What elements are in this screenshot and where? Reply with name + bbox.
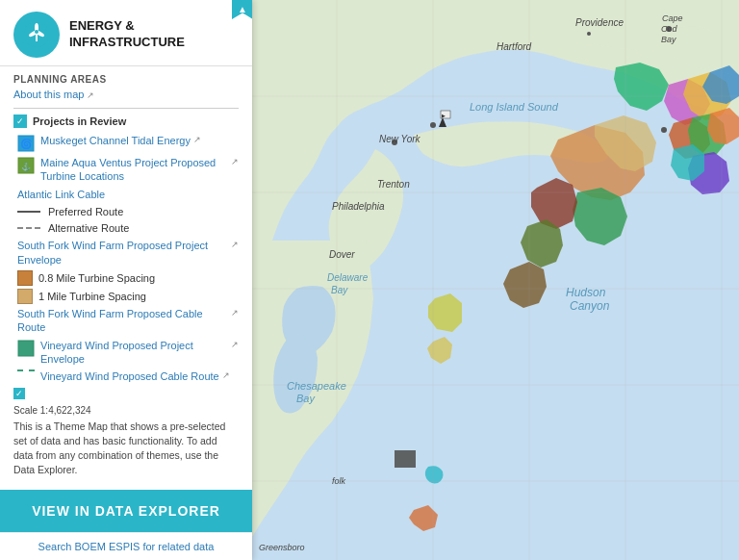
svg-point-61: [35, 30, 38, 34]
sidebar-footer: VIEW IN DATA EXPLORER Search BOEM ESPIS …: [0, 490, 252, 560]
svg-text:Cape: Cape: [662, 13, 683, 23]
vineyard-envelope-item: Vineyard Wind Proposed Project Envelope …: [13, 339, 239, 367]
svg-text:Hartford: Hartford: [497, 41, 532, 52]
maine-aqua-item: ⚓ Maine Aqua Ventus Project Proposed Tur…: [13, 156, 239, 184]
sidebar: ENERGY & INFRASTRUCTURE ▲ PLANNING AREAS…: [0, 0, 252, 560]
vineyard-envelope-link[interactable]: Vineyard Wind Proposed Project Envelope …: [40, 339, 239, 367]
preferred-route-item: Preferred Route: [13, 205, 239, 218]
group-header: Projects in Review: [13, 115, 239, 128]
svg-text:Bay: Bay: [296, 393, 316, 404]
vineyard-envelope-icon: [17, 340, 35, 357]
svg-text:Delaware: Delaware: [327, 272, 369, 283]
svg-text:folk: folk: [332, 476, 346, 486]
south-fork-envelope-item: South Fork Wind Farm Proposed Project En…: [13, 239, 239, 267]
app-title: ENERGY & INFRASTRUCTURE: [69, 18, 185, 51]
muskeget-item: 🌀 Muskeget Channel Tidal Energy ↗: [13, 134, 239, 152]
ext-icon: ↗: [87, 90, 94, 100]
svg-text:🌀: 🌀: [20, 138, 33, 150]
about-link[interactable]: About this map ↗: [13, 89, 239, 100]
maine-aqua-link[interactable]: Maine Aqua Ventus Project Proposed Turbi…: [40, 156, 239, 184]
logo: [13, 12, 60, 58]
alt-route-item: Alternative Route: [13, 221, 239, 235]
svg-text:Cod: Cod: [661, 24, 678, 34]
vineyard-cable-item: Vineyard Wind Proposed Cable Route ↗: [13, 369, 239, 383]
atlantic-link-link[interactable]: Atlantic Link Cable: [17, 188, 239, 201]
svg-text:Philadelphia: Philadelphia: [332, 201, 385, 212]
vineyard-cable-link[interactable]: Vineyard Wind Proposed Cable Route ↗: [40, 369, 239, 383]
south-fork-cable-link[interactable]: South Fork Wind Farm Proposed Cable Rout…: [17, 307, 239, 335]
alt-route-label: Alternative Route: [48, 221, 129, 235]
svg-text:Long Island Sound: Long Island Sound: [470, 101, 559, 113]
info-text: This is a Theme Map that shows a pre-sel…: [13, 420, 239, 478]
svg-text:New York: New York: [379, 134, 421, 144]
preferred-route-line: [17, 211, 40, 213]
svg-rect-66: [18, 341, 34, 356]
svg-text:Greensboro: Greensboro: [259, 543, 305, 552]
svg-text:▶: ▶: [442, 113, 446, 118]
planning-areas-label: PLANNING AREAS: [13, 74, 239, 85]
atlantic-link-item: Atlantic Link Cable: [13, 188, 239, 201]
spacing-08-item: 0.8 Mile Turbine Spacing: [13, 270, 239, 286]
view-data-explorer-button[interactable]: VIEW IN DATA EXPLORER: [0, 490, 252, 532]
svg-point-35: [661, 127, 667, 133]
maine-aqua-icon: ⚓: [17, 157, 35, 174]
svg-text:Chesapeake: Chesapeake: [287, 380, 346, 392]
extra-layer-checkbox[interactable]: [13, 388, 25, 399]
svg-text:Hudson: Hudson: [566, 286, 606, 299]
muskeget-link[interactable]: Muskeget Channel Tidal Energy ↗: [40, 134, 239, 147]
south-fork-cable-item: South Fork Wind Farm Proposed Cable Rout…: [13, 307, 239, 335]
alt-route-line: [17, 227, 40, 229]
extra-layer-item: [13, 388, 239, 399]
spacing-1-swatch: [17, 289, 33, 304]
svg-point-34: [587, 32, 591, 36]
group-checkbox[interactable]: [13, 115, 27, 128]
svg-text:⚓: ⚓: [21, 162, 31, 171]
svg-text:Canyon: Canyon: [570, 299, 610, 313]
svg-point-31: [430, 122, 436, 128]
group-title: Projects in Review: [33, 115, 126, 127]
sidebar-header: ENERGY & INFRASTRUCTURE ▲: [0, 0, 252, 66]
spacing-08-swatch: [17, 270, 33, 286]
preferred-route-label: Preferred Route: [48, 205, 123, 218]
svg-text:Bay: Bay: [661, 35, 676, 44]
muskeget-icon: 🌀: [17, 135, 35, 152]
south-fork-envelope-link[interactable]: South Fork Wind Farm Proposed Project En…: [17, 239, 239, 267]
svg-text:Providence: Providence: [575, 17, 624, 28]
divider-1: [13, 108, 239, 109]
spacing-1-label: 1 Mile Turbine Spacing: [38, 290, 146, 303]
svg-text:Bay: Bay: [331, 285, 348, 295]
search-boem-link[interactable]: Search BOEM ESPIS for related data: [0, 532, 252, 560]
svg-text:Dover: Dover: [329, 249, 355, 260]
sidebar-content: PLANNING AREAS About this map ↗ Projects…: [0, 66, 252, 490]
spacing-08-label: 0.8 Mile Turbine Spacing: [38, 271, 155, 285]
scale-text: Scale 1:4,622,324: [13, 405, 239, 416]
collapse-button[interactable]: ▲: [232, 0, 252, 19]
svg-rect-18: [395, 450, 416, 468]
spacing-1-item: 1 Mile Turbine Spacing: [13, 289, 239, 304]
svg-text:Trenton: Trenton: [377, 179, 410, 190]
